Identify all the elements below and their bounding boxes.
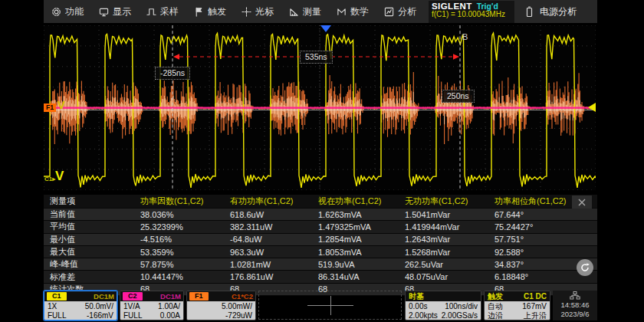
- display-icon: [99, 7, 109, 17]
- timebase-delay: 0.00s: [409, 303, 427, 310]
- trigger-type: 边沿: [488, 312, 503, 320]
- status-block: SIGLENT Trig'd f(C1) = 10.00043MHz: [429, 1, 514, 23]
- menu-item-label: 触发: [208, 5, 226, 18]
- menu-item-trigger[interactable]: 触发: [186, 0, 234, 23]
- menu-item-label: 测量: [303, 5, 321, 18]
- menu-item-label: 分析: [398, 5, 416, 18]
- menu-item-label: 数学: [350, 5, 369, 18]
- channel-c2-box[interactable]: C2 DC1M 1V/A1.00A/ FULL0.00A: [120, 291, 184, 320]
- cursor-b-label: B: [462, 32, 468, 41]
- menu-item-sampling[interactable]: 采样: [139, 0, 186, 23]
- menu-item-analysis[interactable]: 分析: [376, 0, 424, 23]
- table-cell: 1.2854mVA: [318, 235, 405, 244]
- table-header-cell: 视在功率(C1,C2): [318, 196, 405, 207]
- oscilloscope-screen: 功能 显示 采样 触发 光标 测量 数学 分析: [0, 0, 644, 322]
- menu-item-power-analysis[interactable]: 电源分析: [525, 5, 577, 18]
- f1-scale: 5.00mW/: [222, 303, 252, 310]
- siglent-logo: SIGLENT: [432, 2, 472, 11]
- frequency-readout: f(C1) = 10.00043MHz: [432, 11, 511, 19]
- c2-probe: 1V/A: [123, 303, 140, 310]
- trigger-box[interactable]: 触发 C1 DC 自动167mV 边沿上升沿: [484, 291, 550, 320]
- cursor-icon: [242, 7, 251, 17]
- table-cell: 963.3uW: [230, 248, 318, 257]
- trigger-source: C1 DC: [524, 292, 547, 301]
- system-time: 14:58:46: [553, 301, 597, 310]
- table-cell: -64.8uW: [230, 235, 318, 244]
- top-menu-bar: 功能 显示 采样 触发 光标 测量 数学 分析: [44, 0, 597, 23]
- table-row-label: 当前值: [50, 209, 140, 220]
- battery-icon: [525, 6, 534, 18]
- c2-offset: 0.00A: [160, 312, 180, 320]
- menu-item-label: 显示: [113, 5, 131, 18]
- timebase-title: 时基: [409, 291, 424, 302]
- table-header-cell: 测量项: [50, 196, 140, 207]
- table-cell: 53.359%: [140, 248, 230, 257]
- table-row: 最大值53.359%963.3uW1.8053mVA1.5268mVar92.5…: [44, 246, 597, 258]
- f1-source: C1*C2: [232, 292, 253, 301]
- cursor-delta-left-arrow-icon: [173, 54, 179, 60]
- table-cell: 10.44147%: [140, 272, 230, 281]
- table-row-label: 平均值: [50, 221, 140, 232]
- cursor-a-value-label: -285ns: [155, 67, 190, 80]
- menu-item-label: 功能: [65, 5, 84, 18]
- c1-offset: -166mV: [87, 312, 113, 320]
- cursor-b-value-label: 250ns: [442, 90, 475, 103]
- table-header-cell: 有功功率(C1,C2): [230, 196, 318, 207]
- sampling-icon: [146, 7, 156, 17]
- table-cell: 75.24427°: [495, 222, 597, 232]
- table-row-label: 标准差: [50, 271, 140, 283]
- clock-panel: 14:58:46 2023/9/6: [553, 291, 597, 320]
- measure-icon: [289, 7, 299, 17]
- menu-item-label: 光标: [255, 5, 274, 18]
- table-row-label: 最小值: [50, 234, 140, 245]
- table-close-button[interactable]: [572, 196, 592, 209]
- menu-item-display[interactable]: 显示: [91, 0, 139, 23]
- timebase-box[interactable]: 时基 0.00s100ns/div 2.00kpts2.00GSa/s: [405, 291, 481, 320]
- f1-tag-label: F1: [189, 292, 209, 301]
- table-row: 最小值-4.516%-64.8uW1.2854mVA1.2643mVar57.7…: [44, 234, 597, 246]
- menu-item-label: 采样: [160, 5, 179, 18]
- table-header-row: 测量项功率因数(C1,C2)有功功率(C1,C2)视在功率(C1,C2)无功功率…: [44, 195, 597, 209]
- table-cell: 57.751°: [495, 235, 597, 244]
- table-cell: -4.516%: [140, 235, 230, 244]
- menu-item-function[interactable]: 功能: [44, 0, 91, 23]
- trigger-title: 触发: [488, 291, 503, 302]
- close-icon: [578, 199, 586, 206]
- statistics-reset-button[interactable]: [577, 259, 593, 276]
- table-cell: 86.314uVA: [318, 272, 405, 281]
- trigger-level-marker-icon[interactable]: [588, 103, 596, 112]
- cursor-delta-value-label: 535ns: [300, 51, 333, 64]
- f1-offset: -729uW: [225, 312, 252, 320]
- trigger-position-marker-icon[interactable]: [320, 25, 331, 32]
- math-icon: [337, 7, 347, 17]
- lan-network-icon: [570, 291, 580, 300]
- system-date: 2023/9/6: [553, 310, 597, 319]
- power-analysis-label: 电源分析: [540, 5, 577, 18]
- table-cell: 262.5uVar: [405, 260, 495, 269]
- f1-channel-marker[interactable]: F1: [44, 104, 56, 112]
- table-cell: 1.6263mVA: [318, 210, 405, 219]
- table-cell: 1.0281mW: [230, 260, 318, 269]
- f1-marker-glyph: V: [58, 99, 65, 110]
- table-row: 当前值38.036%618.6uW1.6263mVA1.5041mVar67.6…: [44, 209, 597, 221]
- table-cell: 1.5268mVar: [405, 248, 495, 257]
- c2-coupling: DC1M: [160, 292, 181, 301]
- channel-c1-box[interactable]: C1 DC1M 1X50.0mV/ FULL-166mV: [44, 291, 117, 320]
- math-f1-box[interactable]: F1 C1*C2 5.00mW/ -729uW: [186, 291, 256, 320]
- table-cell: 1.8053mVA: [318, 248, 405, 257]
- add-trace-placeholder[interactable]: [258, 291, 402, 320]
- c1-channel-marker[interactable]: C1▸: [44, 176, 55, 182]
- table-cell: 1.419944mVar: [405, 222, 495, 232]
- c1-probe: 1X: [48, 303, 57, 310]
- menu-item-math[interactable]: 数学: [329, 0, 376, 23]
- table-cell: 1.2643mVar: [405, 235, 495, 244]
- timebase-points: 2.00kpts: [409, 312, 438, 320]
- table-cell: 48.075uVar: [405, 272, 495, 281]
- table-row: 峰-峰值57.875%1.0281mW519.9uVA262.5uVar34.8…: [44, 258, 597, 271]
- c1-bandwidth: FULL: [48, 312, 66, 320]
- c2-scale: 1.00A/: [158, 303, 180, 310]
- table-header-cell: 无功功率(C1,C2): [405, 196, 495, 207]
- menu-item-cursor[interactable]: 光标: [234, 0, 281, 23]
- menu-item-measure[interactable]: 测量: [281, 0, 329, 23]
- table-cell: 57.875%: [140, 260, 230, 269]
